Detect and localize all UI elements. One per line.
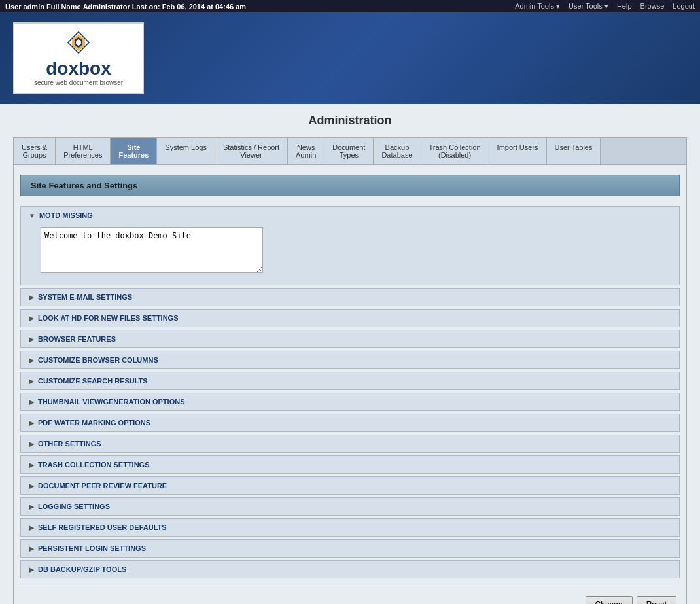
- section-document-peer-review: ▶ DOCUMENT PEER REVIEW FEATURE: [20, 476, 680, 495]
- section-trash-collection-arrow: ▶: [29, 461, 34, 469]
- section-trash-collection-header[interactable]: ▶ TRASH COLLECTION SETTINGS: [21, 456, 679, 473]
- section-customize-browser-columns-label: CUSTOMIZE BROWSER COLUMNS: [38, 356, 158, 364]
- page-title: Administration: [13, 114, 687, 128]
- section-pdf-watermark-header[interactable]: ▶ PDF WATER MARKING OPTIONS: [21, 414, 679, 431]
- section-other-settings-label: OTHER SETTINGS: [38, 440, 101, 448]
- tab-html-preferences[interactable]: HTMLPreferences: [56, 138, 111, 164]
- tab-statistics-report-viewer[interactable]: Statistics / ReportViewer: [215, 138, 288, 164]
- section-logging-settings: ▶ LOGGING SETTINGS: [20, 497, 680, 516]
- section-other-settings: ▶ OTHER SETTINGS: [20, 435, 680, 453]
- section-look-hd-header[interactable]: ▶ LOOK AT HD FOR NEW FILES SETTINGS: [21, 310, 679, 327]
- tab-import-users[interactable]: Import Users: [489, 138, 547, 164]
- laston-value: Feb 06, 2014 at 04:46 am: [162, 3, 246, 10]
- tab-backup-database[interactable]: BackupDatabase: [374, 138, 421, 164]
- top-nav: Admin Tools ▾ User Tools ▾ Help Browse L…: [508, 2, 695, 10]
- section-logging-settings-label: LOGGING SETTINGS: [38, 503, 110, 510]
- section-browser-features: ▶ BROWSER FEATURES: [20, 330, 680, 348]
- section-title: Site Features and Settings: [31, 181, 137, 190]
- logout-link[interactable]: Logout: [673, 2, 695, 10]
- section-browser-features-arrow: ▶: [29, 336, 34, 343]
- section-customize-browser-columns: ▶ CUSTOMIZE BROWSER COLUMNS: [20, 351, 680, 369]
- user-info: User admin Full Name Administrator Last …: [5, 3, 246, 10]
- help-link[interactable]: Help: [617, 2, 632, 10]
- main-content: Administration Users &Groups HTMLPrefere…: [0, 104, 700, 604]
- section-document-peer-review-arrow: ▶: [29, 482, 34, 489]
- logo-text: doxbox: [46, 58, 111, 79]
- section-self-registered-user-header[interactable]: ▶ SELF REGISTERED USER DEFAULTS: [21, 519, 679, 536]
- tab-user-tables[interactable]: User Tables: [547, 138, 601, 164]
- bottom-buttons: Change Reset: [20, 590, 680, 604]
- motd-title: MOTD MISSING: [39, 211, 93, 219]
- section-self-registered-user-arrow: ▶: [29, 524, 34, 531]
- section-thumbnail-view-header[interactable]: ▶ THUMBNAIL VIEW/GENERATION OPTIONS: [21, 393, 679, 410]
- section-email-settings-header[interactable]: ▶ System E-Mail Settings: [21, 289, 679, 306]
- topbar: User admin Full Name Administrator Last …: [0, 0, 700, 12]
- divider: [20, 584, 680, 584]
- section-email-settings: ▶ System E-Mail Settings: [20, 288, 680, 306]
- logo-icon: [62, 30, 95, 55]
- motd-header[interactable]: ▼ MOTD MISSING: [21, 207, 679, 224]
- section-document-peer-review-header[interactable]: ▶ DOCUMENT PEER REVIEW FEATURE: [21, 477, 679, 494]
- browse-link[interactable]: Browse: [640, 2, 665, 10]
- section-trash-collection-label: TRASH COLLECTION SETTINGS: [38, 461, 150, 469]
- section-self-registered-user: ▶ SELF REGISTERED USER DEFAULTS: [20, 518, 680, 537]
- motd-body: [21, 224, 679, 278]
- section-logging-settings-arrow: ▶: [29, 503, 34, 510]
- section-customize-search-results-label: CUSTOMIZE SEARCH RESULTS: [38, 377, 148, 385]
- section-db-backup-gzip-label: DB BACKUP/GZIP TOOLS: [38, 565, 126, 573]
- section-self-registered-user-label: SELF REGISTERED USER DEFAULTS: [38, 524, 167, 531]
- section-email-settings-label: System E-Mail Settings: [38, 293, 132, 301]
- section-customize-browser-columns-header[interactable]: ▶ CUSTOMIZE BROWSER COLUMNS: [21, 351, 679, 368]
- section-thumbnail-view-label: THUMBNAIL VIEW/GENERATION OPTIONS: [38, 398, 185, 406]
- tabs-container: Users &Groups HTMLPreferences SiteFeatur…: [13, 137, 687, 165]
- section-persistent-login-label: PERSISTENT LOGIN SETTINGS: [38, 544, 146, 552]
- tab-users-groups[interactable]: Users &Groups: [14, 138, 56, 164]
- fullname-label: Full Name: [46, 3, 81, 10]
- section-pdf-watermark-arrow: ▶: [29, 419, 34, 427]
- section-look-hd: ▶ LOOK AT HD FOR NEW FILES SETTINGS: [20, 309, 680, 327]
- section-persistent-login: ▶ PERSISTENT LOGIN SETTINGS: [20, 539, 680, 558]
- section-customize-browser-columns-arrow: ▶: [29, 357, 34, 364]
- change-button[interactable]: Change: [586, 596, 633, 604]
- section-logging-settings-header[interactable]: ▶ LOGGING SETTINGS: [21, 498, 679, 515]
- section-db-backup-gzip-arrow: ▶: [29, 566, 34, 573]
- tab-document-types[interactable]: DocumentTypes: [324, 138, 374, 164]
- logo-tagline: secure web document browser: [34, 79, 123, 86]
- laston-label: Last on:: [132, 3, 160, 10]
- user-tools-link[interactable]: User Tools: [569, 2, 603, 10]
- section-db-backup-gzip: ▶ DB BACKUP/GZIP TOOLS: [20, 560, 680, 578]
- section-persistent-login-header[interactable]: ▶ PERSISTENT LOGIN SETTINGS: [21, 540, 679, 557]
- admin-tools-link[interactable]: Admin Tools: [515, 2, 554, 10]
- section-db-backup-gzip-header[interactable]: ▶ DB BACKUP/GZIP TOOLS: [21, 561, 679, 578]
- content-area: Site Features and Settings ▼ MOTD MISSIN…: [13, 165, 687, 604]
- section-customize-search-results: ▶ CUSTOMIZE SEARCH RESULTS: [20, 372, 680, 390]
- logo-container: doxbox secure web document browser: [13, 22, 144, 94]
- tab-system-logs[interactable]: System Logs: [157, 138, 215, 164]
- section-other-settings-header[interactable]: ▶ OTHER SETTINGS: [21, 435, 679, 452]
- header: doxbox secure web document browser: [0, 12, 700, 104]
- section-browser-features-label: BROWSER FEATURES: [38, 335, 116, 343]
- tab-news-admin[interactable]: NewsAdmin: [288, 138, 324, 164]
- motd-textarea[interactable]: [41, 227, 263, 273]
- reset-button[interactable]: Reset: [637, 596, 676, 604]
- motd-section: ▼ MOTD MISSING: [20, 206, 680, 285]
- tab-site-features[interactable]: SiteFeatures: [111, 138, 157, 164]
- section-other-settings-arrow: ▶: [29, 440, 34, 448]
- fullname-value: Administrator: [83, 3, 130, 10]
- section-browser-features-header[interactable]: ▶ BROWSER FEATURES: [21, 330, 679, 347]
- user-label: User: [5, 3, 21, 10]
- user-value: admin: [24, 3, 44, 10]
- section-pdf-watermark: ▶ PDF WATER MARKING OPTIONS: [20, 414, 680, 432]
- section-thumbnail-view: ▶ THUMBNAIL VIEW/GENERATION OPTIONS: [20, 393, 680, 411]
- section-customize-search-results-arrow: ▶: [29, 378, 34, 385]
- section-persistent-login-arrow: ▶: [29, 545, 34, 552]
- tab-trash-collection-disabled[interactable]: Trash Collection(Disabled): [421, 138, 489, 164]
- motd-arrow-icon: ▼: [29, 212, 35, 219]
- section-customize-search-results-header[interactable]: ▶ CUSTOMIZE SEARCH RESULTS: [21, 372, 679, 389]
- section-header-bar: Site Features and Settings: [20, 175, 680, 196]
- section-pdf-watermark-label: PDF WATER MARKING OPTIONS: [38, 419, 150, 427]
- section-email-settings-arrow: ▶: [29, 294, 34, 301]
- section-thumbnail-view-arrow: ▶: [29, 399, 34, 406]
- section-trash-collection: ▶ TRASH COLLECTION SETTINGS: [20, 455, 680, 474]
- section-look-hd-arrow: ▶: [29, 315, 34, 322]
